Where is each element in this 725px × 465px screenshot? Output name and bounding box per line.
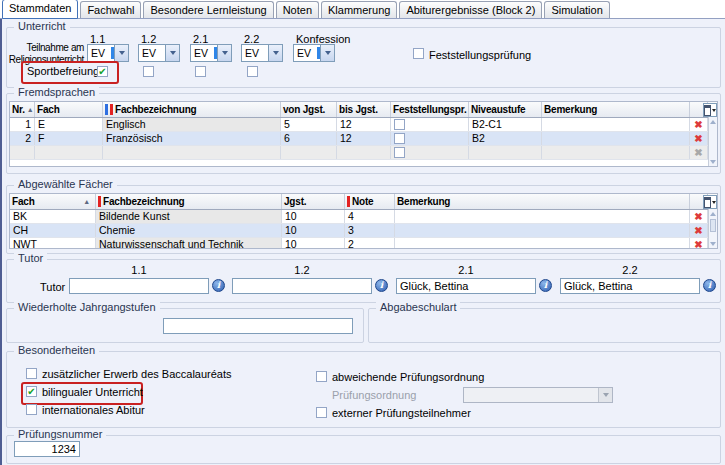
abweichende-pruefungsordnung-checkbox[interactable]: ✔ — [316, 371, 327, 382]
info-icon[interactable]: i — [703, 279, 716, 292]
header-note[interactable]: Note — [345, 194, 395, 209]
dropdown-button[interactable] — [268, 45, 282, 61]
header-nr[interactable]: Nr.▲ — [10, 102, 35, 117]
externer-pruefungsteilnehmer-checkbox[interactable]: ✔ — [316, 407, 327, 418]
delete-row-button[interactable]: ✖ — [690, 210, 708, 223]
cell-bemerkung[interactable] — [395, 224, 690, 237]
cell-von[interactable] — [281, 146, 337, 159]
header-fachbezeichnung[interactable]: Fachbezeichnung — [96, 194, 282, 209]
pruefungsnummer-input[interactable] — [14, 441, 80, 457]
header-niveaustufe[interactable]: Niveaustufe — [469, 102, 542, 117]
wiederholte-jahrgangstufen-input[interactable] — [163, 318, 353, 334]
cell-fach[interactable]: E — [35, 118, 103, 131]
cell-bezeichnung[interactable]: Französisch — [103, 132, 281, 145]
delete-row-button[interactable]: ✖ — [690, 238, 708, 249]
feststellung-checkbox[interactable]: ✔ — [394, 147, 405, 158]
column-chooser-button[interactable] — [703, 195, 717, 209]
feststellung-checkbox[interactable]: ✔ — [394, 133, 405, 144]
cell-von[interactable]: 6 — [281, 132, 337, 145]
cell-nr[interactable]: 1 — [10, 118, 35, 131]
cell-bis[interactable] — [337, 146, 391, 159]
sportbefreiung-checkbox-1-1[interactable]: ✔ — [97, 66, 108, 77]
tab-klammerung[interactable]: Klammerung — [321, 1, 397, 18]
cell-bezeichnung[interactable]: Englisch — [103, 118, 281, 131]
cell-bezeichnung[interactable]: Bildende Kunst — [96, 210, 282, 223]
dropdown-button[interactable] — [217, 45, 231, 61]
cell-note[interactable]: 4 — [345, 210, 395, 223]
tutor-input-1-1[interactable] — [69, 278, 209, 294]
info-icon[interactable]: i — [375, 279, 388, 292]
cell-nr[interactable]: 2 — [10, 132, 35, 145]
cell-bezeichnung[interactable] — [103, 146, 281, 159]
tab-fachwahl[interactable]: Fachwahl — [80, 1, 141, 18]
cell-fach[interactable]: CH — [10, 224, 96, 237]
tab-abiturergebnisse[interactable]: Abiturergebnisse (Block 2) — [399, 1, 542, 18]
sportbefreiung-checkbox-2-1[interactable]: ✔ — [195, 66, 206, 77]
religion-select-1-1[interactable]: EV — [87, 44, 129, 62]
cell-bemerkung[interactable] — [542, 146, 690, 159]
dropdown-button[interactable] — [320, 45, 334, 61]
delete-row-button[interactable]: ✖ — [690, 224, 708, 237]
scroll-up-button[interactable] — [709, 209, 717, 218]
cell-bemerkung[interactable] — [395, 238, 690, 249]
religion-select-2-2[interactable]: EV — [241, 44, 283, 62]
header-jgst[interactable]: Jgst. — [282, 194, 345, 209]
dropdown-button[interactable] — [114, 45, 128, 61]
column-chooser-button[interactable] — [703, 103, 717, 117]
religion-select-1-2[interactable]: EV — [138, 44, 180, 62]
cell-fach[interactable] — [35, 146, 103, 159]
table-scrollbar[interactable] — [708, 117, 717, 166]
cell-jgst[interactable]: 10 — [282, 210, 345, 223]
header-bis-jgst[interactable]: bis Jgst. — [337, 102, 391, 117]
header-bemerkung[interactable]: Bemerkung — [395, 194, 690, 209]
cell-von[interactable]: 5 — [281, 118, 337, 131]
cell-bezeichnung[interactable]: Naturwissenschaft und Technik — [96, 238, 282, 249]
table-scrollbar[interactable] — [708, 209, 717, 248]
tutor-input-1-2[interactable] — [232, 278, 372, 294]
feststellung-checkbox[interactable]: ✔ — [394, 119, 405, 130]
konfession-select[interactable]: EV — [293, 44, 335, 62]
cell-bemerkung[interactable] — [542, 118, 690, 131]
baccalaureat-checkbox[interactable]: ✔ — [26, 368, 37, 379]
cell-niveau[interactable]: B2 — [469, 132, 542, 145]
cell-fach[interactable]: NWT — [10, 238, 96, 249]
header-feststellungspr[interactable]: Feststellungspr. — [391, 102, 469, 117]
religion-select-2-1[interactable]: EV — [190, 44, 232, 62]
info-icon[interactable]: i — [539, 279, 552, 292]
cell-fach[interactable]: BK — [10, 210, 96, 223]
sportbefreiung-checkbox-2-2[interactable]: ✔ — [247, 66, 258, 77]
internationales-abitur-checkbox[interactable]: ✔ — [26, 404, 37, 415]
cell-bis[interactable]: 12 — [337, 132, 391, 145]
dropdown-button[interactable] — [165, 45, 179, 61]
tab-stammdaten[interactable]: Stammdaten — [2, 0, 78, 19]
tab-besondere-lernleistung[interactable]: Besondere Lernleistung — [143, 1, 273, 18]
sportbefreiung-checkbox-1-2[interactable]: ✔ — [143, 66, 154, 77]
header-fachbezeichnung[interactable]: Fachbezeichnung — [103, 102, 281, 117]
cell-note[interactable]: 3 — [345, 224, 395, 237]
cell-bemerkung[interactable] — [542, 132, 690, 145]
cell-bezeichnung[interactable]: Chemie — [96, 224, 282, 237]
header-von-jgst[interactable]: von Jgst. — [281, 102, 337, 117]
cell-jgst[interactable]: 10 — [282, 224, 345, 237]
cell-fach[interactable]: F — [35, 132, 103, 145]
header-bemerkung[interactable]: Bemerkung — [542, 102, 690, 117]
feststellungspruefung-checkbox[interactable]: ✔ — [413, 48, 424, 59]
tutor-input-2-2[interactable] — [560, 278, 700, 294]
delete-row-button[interactable]: ✖ — [690, 132, 708, 145]
cell-nr[interactable] — [10, 146, 35, 159]
header-fach[interactable]: Fach — [35, 102, 103, 117]
cell-bemerkung[interactable] — [395, 210, 690, 223]
bilingual-checkbox[interactable]: ✔ — [26, 386, 37, 397]
header-fach[interactable]: Fach▲ — [10, 194, 96, 209]
cell-jgst[interactable]: 10 — [282, 238, 345, 249]
cell-niveau[interactable] — [469, 146, 542, 159]
tab-noten[interactable]: Noten — [276, 1, 319, 18]
scroll-up-button[interactable] — [709, 117, 717, 126]
scroll-down-button[interactable] — [709, 239, 717, 248]
cell-niveau[interactable]: B2-C1 — [469, 118, 542, 131]
cell-note[interactable]: 2 — [345, 238, 395, 249]
scroll-down-button[interactable] — [709, 157, 717, 166]
cell-bis[interactable]: 12 — [337, 118, 391, 131]
tab-simulation[interactable]: Simulation — [544, 1, 609, 18]
scrollbar-thumb[interactable] — [710, 219, 716, 232]
